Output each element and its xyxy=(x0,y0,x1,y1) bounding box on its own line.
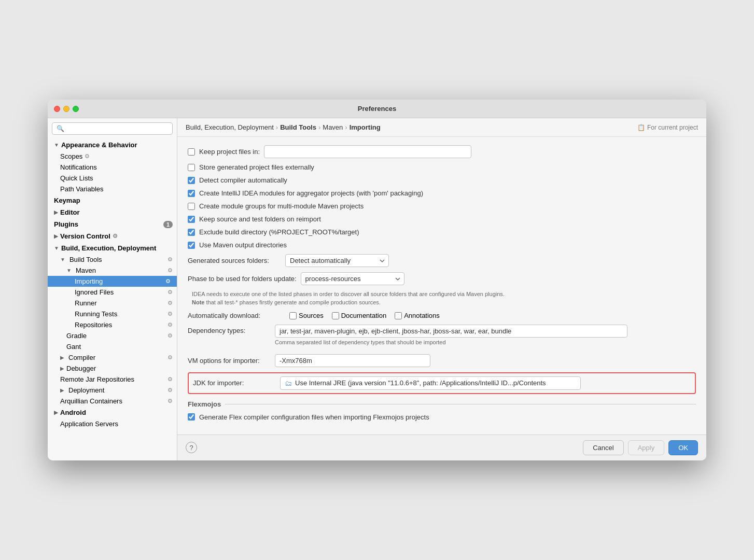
vm-options-input[interactable] xyxy=(275,354,430,367)
plugins-badge: 1 xyxy=(163,221,173,228)
sidebar-item-gant[interactable]: Gant xyxy=(48,341,177,352)
use-maven-output-label: Use Maven output directories xyxy=(199,241,287,249)
documentation-checkbox[interactable] xyxy=(332,312,339,319)
sidebar-item-repositories[interactable]: Repositories ⚙ xyxy=(48,319,177,330)
generated-sources-select[interactable]: Detect automatically xyxy=(285,254,389,267)
sidebar-item-appearance[interactable]: ▼ Appearance & Behavior xyxy=(48,139,177,151)
sidebar-item-keymap[interactable]: Keymap xyxy=(48,194,177,206)
sidebar: 🔍 ▼ Appearance & Behavior Scopes ⚙ Notif… xyxy=(48,118,177,460)
sources-checkbox[interactable] xyxy=(289,312,297,319)
store-generated-checkbox[interactable] xyxy=(188,164,195,171)
settings-icon: ⚙ xyxy=(167,376,173,383)
detect-compiler-checkbox[interactable] xyxy=(188,177,195,184)
minimize-button[interactable] xyxy=(63,106,69,112)
sidebar-item-editor[interactable]: ▶ Editor xyxy=(48,206,177,218)
close-button[interactable] xyxy=(54,106,60,112)
for-current-project-label: For current project xyxy=(647,124,698,131)
generate-flex-label: Generate Flex compiler configuration fil… xyxy=(199,413,429,421)
annotations-label: Annotations xyxy=(404,312,440,319)
search-bar[interactable]: 🔍 xyxy=(52,122,173,135)
annotations-group: Annotations xyxy=(395,312,440,319)
settings-icon: ⚙ xyxy=(167,256,173,263)
phase-hint-note-text: that all test-* phases firstly generate … xyxy=(206,299,381,305)
expand-arrow: ▶ xyxy=(60,387,64,393)
sidebar-item-buildtools[interactable]: ▼ Build Tools ⚙ xyxy=(48,254,177,265)
keep-source-folders-row: Keep source and test folders on reimport xyxy=(188,215,696,223)
expand-arrow: ▼ xyxy=(60,257,65,262)
phase-row: Phase to be used for folders update: pro… xyxy=(188,272,696,285)
breadcrumb-part2: Build Tools xyxy=(280,123,316,131)
dependency-types-hint: Comma separated list of dependency types… xyxy=(275,339,627,346)
phase-select[interactable]: process-resources xyxy=(301,272,404,285)
keep-project-files-input[interactable] xyxy=(264,145,471,158)
sidebar-item-arquillian[interactable]: Arquillian Containers ⚙ xyxy=(48,396,177,407)
create-module-groups-checkbox[interactable] xyxy=(188,203,195,210)
create-module-groups-label: Create module groups for multi-module Ma… xyxy=(199,202,364,210)
dependency-types-label: Dependency types: xyxy=(188,325,271,334)
ok-button[interactable]: OK xyxy=(668,440,698,455)
create-modules-checkbox[interactable] xyxy=(188,190,195,197)
annotations-checkbox[interactable] xyxy=(395,312,402,319)
settings-icon: ⚙ xyxy=(167,332,173,339)
sidebar-item-gradle[interactable]: Gradle ⚙ xyxy=(48,330,177,341)
dependency-types-input[interactable] xyxy=(275,325,627,338)
use-maven-output-checkbox[interactable] xyxy=(188,242,195,249)
sidebar-item-runner[interactable]: Runner ⚙ xyxy=(48,298,177,309)
expand-arrow: ▶ xyxy=(54,410,58,415)
sidebar-item-importing[interactable]: Importing ⚙ xyxy=(48,276,177,287)
search-input[interactable] xyxy=(66,125,168,132)
for-current-project: 📋 For current project xyxy=(637,124,698,131)
folder-icon: 🗂 xyxy=(285,379,292,387)
sidebar-item-versioncontrol[interactable]: ▶ Version Control ⚙ xyxy=(48,230,177,242)
sidebar-item-pathvars[interactable]: Path Variables xyxy=(48,184,177,194)
sidebar-item-remotejar[interactable]: Remote Jar Repositories ⚙ xyxy=(48,374,177,385)
cancel-button[interactable]: Cancel xyxy=(583,440,623,455)
expand-arrow: ▶ xyxy=(60,355,64,360)
sidebar-item-compiler[interactable]: ▶ Compiler ⚙ xyxy=(48,352,177,363)
help-button[interactable]: ? xyxy=(186,442,197,453)
create-modules-row: Create IntelliJ IDEA modules for aggrega… xyxy=(188,189,696,197)
sidebar-item-scopes[interactable]: Scopes ⚙ xyxy=(48,151,177,162)
settings-icon: ⚙ xyxy=(165,278,171,285)
flexmojos-label: Flexmojos xyxy=(188,400,221,408)
sidebar-item-android[interactable]: ▶ Android xyxy=(48,407,177,418)
settings-icon: ⚙ xyxy=(113,233,118,240)
breadcrumb-bar: Build, Execution, Deployment › Build Too… xyxy=(177,118,706,137)
generate-flex-checkbox[interactable] xyxy=(188,413,195,421)
sidebar-item-runningtests[interactable]: Running Tests ⚙ xyxy=(48,309,177,319)
settings-icon: ⚙ xyxy=(85,153,90,160)
maximize-button[interactable] xyxy=(73,106,79,112)
auto-download-label: Automatically download: xyxy=(188,312,281,319)
sources-group: Sources xyxy=(289,312,324,319)
sidebar-item-ignoredfiles[interactable]: Ignored Files ⚙ xyxy=(48,287,177,298)
dependency-types-row: Dependency types: Comma separated list o… xyxy=(188,325,696,352)
sidebar-item-maven[interactable]: ▼ Maven ⚙ xyxy=(48,265,177,276)
project-icon: 📋 xyxy=(637,124,645,131)
keep-source-folders-label: Keep source and test folders on reimport xyxy=(199,215,321,223)
store-generated-label: Store generated project files externally xyxy=(199,163,314,171)
keep-source-folders-checkbox[interactable] xyxy=(188,216,195,223)
settings-icon: ⚙ xyxy=(167,398,173,404)
expand-arrow: ▶ xyxy=(54,209,58,215)
sidebar-item-notifications[interactable]: Notifications xyxy=(48,162,177,173)
sidebar-item-build-exec-dep[interactable]: ▼ Build, Execution, Deployment xyxy=(48,242,177,254)
expand-arrow: ▼ xyxy=(66,268,72,273)
sidebar-item-deployment[interactable]: ▶ Deployment ⚙ xyxy=(48,385,177,396)
exclude-build-dir-checkbox[interactable] xyxy=(188,229,195,236)
search-icon: 🔍 xyxy=(57,125,64,132)
jdk-select-button[interactable]: 🗂 Use Internal JRE (java version "11.0.6… xyxy=(280,376,581,390)
jdk-importer-label: JDK for importer: xyxy=(193,379,276,387)
sidebar-item-debugger[interactable]: ▶ Debugger xyxy=(48,363,177,374)
keep-project-files-label: Keep project files in: xyxy=(199,148,260,156)
divider-line xyxy=(225,404,696,404)
keep-project-files-checkbox[interactable] xyxy=(188,148,195,156)
sidebar-item-plugins[interactable]: Plugins 1 xyxy=(48,218,177,230)
phase-label: Phase to be used for folders update: xyxy=(188,275,297,283)
apply-button[interactable]: Apply xyxy=(628,440,665,455)
create-module-groups-row: Create module groups for multi-module Ma… xyxy=(188,202,696,210)
sidebar-item-appservers[interactable]: Application Servers xyxy=(48,418,177,429)
expand-arrow: ▼ xyxy=(54,142,59,148)
keep-project-files-row: Keep project files in: xyxy=(188,145,696,158)
settings-content: Keep project files in: Store generated p… xyxy=(177,137,706,434)
sidebar-item-quicklists[interactable]: Quick Lists xyxy=(48,173,177,184)
